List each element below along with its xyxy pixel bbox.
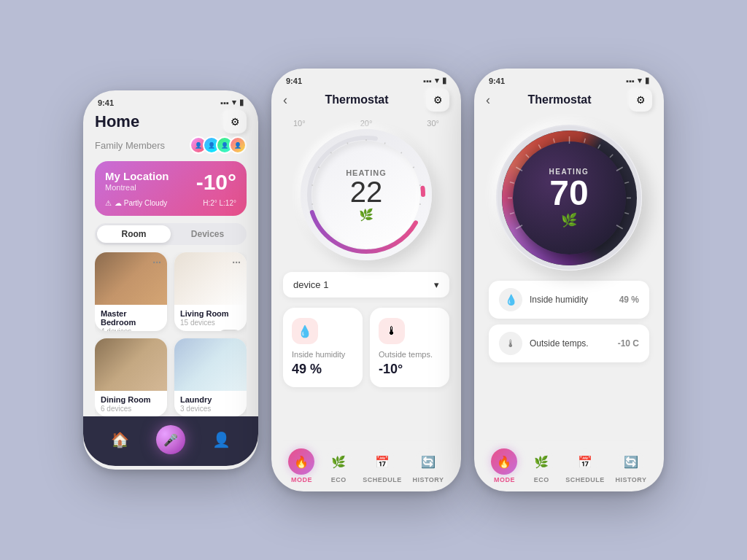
room-name-dining: Dining Room: [101, 395, 161, 404]
humidity-icon: 💧: [292, 318, 318, 344]
room-devices-laundry: 3 devices: [180, 405, 241, 413]
location-info: My Location Montreal: [105, 170, 169, 192]
room-switch-row-living: OFF: [180, 330, 241, 331]
sensor-list-outside-temp[interactable]: 🌡 Outside temps. -10 C: [489, 324, 649, 362]
location-bottom: ⚠ ☁ Partly Cloudy H:2° L:12°: [105, 199, 236, 207]
nav-eco-dark[interactable]: 🌿 ECO: [528, 448, 554, 483]
svg-line-20: [553, 138, 554, 142]
humidity-value: 49 %: [292, 362, 322, 377]
dial-light[interactable]: HEATING 22 🌿: [301, 129, 432, 260]
status-bar-thermo-light: 9:41 ▪▪▪ ▾ ▮: [271, 69, 461, 88]
dial-scale-labels: 10° 20° 30°: [293, 119, 439, 128]
sensor-list-humidity[interactable]: 💧 Inside humidity 49 %: [489, 281, 649, 319]
thermo-dark-title: Thermostat: [527, 93, 591, 106]
avatar-group: 👤 👤 👤 👤: [194, 136, 247, 154]
sensor-list-dark: 💧 Inside humidity 49 % 🌡 Outside temps. …: [486, 281, 652, 362]
location-card[interactable]: My Location Montreal -10° ⚠ ☁ Partly Clo…: [95, 161, 247, 216]
device-selector[interactable]: device 1 ▾: [283, 272, 449, 298]
location-temp: -10°: [196, 170, 236, 195]
nav-mode-light[interactable]: 🔥 MODE: [288, 448, 314, 483]
settings-button-dark[interactable]: ⚙: [629, 88, 652, 112]
schedule-label-dark: SCHEDULE: [565, 476, 605, 483]
room-card-laundry[interactable]: Laundry 3 devices: [174, 338, 247, 417]
room-img-bedroom: ···: [95, 252, 167, 305]
room-menu-living[interactable]: ···: [232, 257, 241, 268]
room-info-bedroom: Master Bedroom 4 devices ON: [95, 305, 167, 331]
family-label: Family Members: [95, 140, 165, 151]
chevron-down-icon: ▾: [434, 279, 439, 290]
mode-icon-circle-light: 🔥: [288, 448, 314, 475]
nav-mic-button[interactable]: 🎤: [156, 425, 185, 454]
nav-schedule-dark[interactable]: 📅 SCHEDULE: [565, 448, 605, 483]
nav-mode-dark[interactable]: 🔥 MODE: [491, 448, 517, 483]
nav-profile-button[interactable]: 👤: [212, 431, 231, 448]
location-top: My Location Montreal -10°: [105, 170, 236, 195]
eco-label-dark: ECO: [534, 476, 549, 483]
family-row: Family Members 👤 👤 👤 👤: [95, 136, 247, 154]
humidity-label: Inside humidity: [292, 350, 345, 359]
nav-eco-light[interactable]: 🌿 ECO: [325, 448, 352, 483]
dial-inner-light: HEATING 22 🌿: [312, 141, 420, 249]
dial-dark-ring: HEATING 70 🌿: [502, 131, 637, 265]
nav-schedule-light[interactable]: 📅 SCHEDULE: [363, 448, 402, 483]
schedule-icon-circle-light: 📅: [369, 448, 395, 475]
room-card-bedroom[interactable]: ··· Master Bedroom 4 devices ON: [95, 252, 167, 331]
location-city: Montreal: [105, 183, 169, 192]
settings-button-light[interactable]: ⚙: [426, 88, 449, 112]
wifi-icon-dark: ▾: [638, 76, 642, 85]
humidity-list-val: 49 %: [619, 295, 639, 305]
room-devices-toggle[interactable]: Room Devices: [95, 223, 247, 245]
outside-temp-label: Outside temps.: [379, 350, 433, 359]
back-button-light[interactable]: ‹: [283, 93, 287, 108]
dial-temp-light: 22: [350, 177, 383, 206]
svg-line-17: [516, 167, 522, 171]
mode-label-dark: MODE: [494, 476, 515, 483]
mode-icon-circle-dark: 🔥: [491, 448, 517, 475]
svg-line-26: [624, 182, 629, 183]
toggle-living[interactable]: [219, 330, 241, 331]
svg-line-28: [624, 212, 629, 214]
room-menu-bedroom[interactable]: ···: [152, 257, 161, 268]
eco-icon-circle-dark: 🌿: [528, 448, 554, 475]
dial-dark-outer[interactable]: HEATING 70 🌿: [496, 125, 642, 271]
avatar-4: 👤: [229, 136, 247, 154]
scale-high: 30°: [427, 119, 439, 128]
weather-info: ⚠ ☁ Partly Cloudy: [105, 199, 167, 207]
schedule-label-light: SCHEDULE: [363, 476, 402, 483]
nav-home-button[interactable]: 🏠: [111, 431, 129, 448]
settings-button[interactable]: ⚙: [223, 110, 247, 133]
scale-mid: 20°: [360, 119, 373, 128]
nav-history-light[interactable]: 🔄 HISTORY: [413, 448, 444, 483]
room-devices-living: 15 devices: [180, 319, 241, 327]
gear-icon-dark: ⚙: [636, 94, 646, 106]
room-grid: ··· Master Bedroom 4 devices ON ···: [95, 252, 247, 416]
room-img-dining: [95, 338, 167, 391]
schedule-icon-circle-dark: 📅: [572, 448, 598, 475]
sensor-card-humidity[interactable]: 💧 Inside humidity 49 %: [283, 308, 363, 387]
home-header: Home ⚙: [95, 110, 247, 133]
devices-tab[interactable]: Devices: [171, 225, 244, 243]
room-tab[interactable]: Room: [97, 225, 171, 243]
room-name-laundry: Laundry: [180, 395, 241, 404]
history-label-dark: HISTORY: [616, 476, 647, 483]
eco-label-light: ECO: [331, 476, 347, 483]
thermo-light-title: Thermostat: [325, 93, 388, 106]
room-card-living[interactable]: ··· Living Room 15 devices OFF: [174, 252, 247, 331]
room-card-dining[interactable]: Dining Room 6 devices: [95, 338, 167, 417]
room-img-living: ···: [174, 252, 247, 305]
sensor-card-outside-temp[interactable]: 🌡 Outside temps. -10°: [370, 308, 449, 387]
mic-icon: 🎤: [163, 433, 178, 447]
wifi-icon: ▾: [232, 98, 236, 107]
gear-icon: ⚙: [231, 116, 240, 128]
phone-thermostat-dark: 9:41 ▪▪▪ ▾ ▮ ‹ Thermostat ⚙: [474, 69, 664, 491]
outside-temp-list-icon: 🌡: [499, 332, 522, 355]
svg-line-14: [509, 212, 514, 214]
thermostat-light-screen: ‹ Thermostat ⚙ 10° 20° 30°: [271, 88, 461, 488]
back-button-dark[interactable]: ‹: [486, 93, 490, 108]
nav-history-dark[interactable]: 🔄 HISTORY: [616, 448, 647, 483]
location-name: My Location: [105, 170, 169, 182]
room-name-living: Living Room: [180, 309, 241, 318]
dial-container-light: 10° 20° 30°: [283, 119, 449, 260]
history-label-light: HISTORY: [413, 476, 444, 483]
thermo-dark-header: ‹ Thermostat ⚙: [486, 88, 652, 112]
